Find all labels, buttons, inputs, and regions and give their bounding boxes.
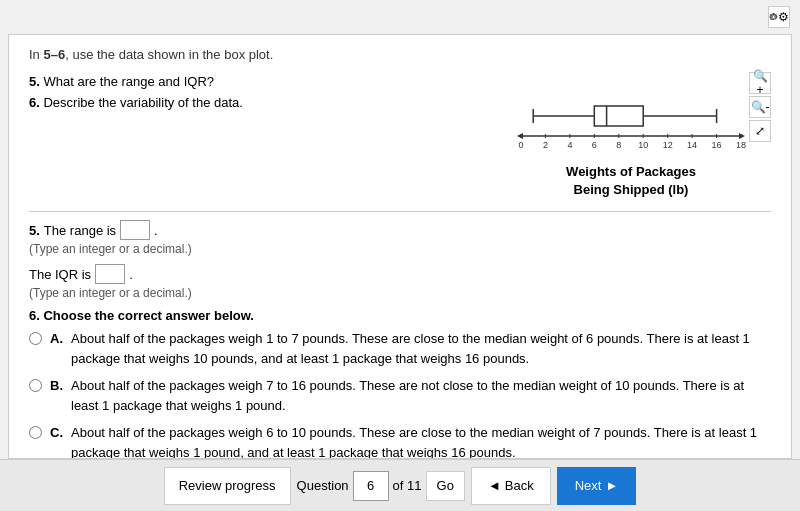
svg-text:0: 0 bbox=[518, 140, 523, 150]
box-plot-svg: 0 2 4 6 8 10 12 14 bbox=[511, 76, 751, 156]
next-label: Next bbox=[575, 478, 602, 493]
main-container: ⚙ In 5–6, use the data shown in the box … bbox=[0, 0, 800, 511]
option-b: B. About half of the packages weigh 7 to… bbox=[29, 376, 771, 415]
question-number-input[interactable] bbox=[353, 471, 389, 501]
review-progress-button[interactable]: Review progress bbox=[164, 467, 291, 505]
mc-question-text: Choose the correct answer below. bbox=[43, 308, 253, 323]
option-a-letter: A. bbox=[50, 329, 63, 349]
svg-text:12: 12 bbox=[663, 140, 673, 150]
box-plot: 0 2 4 6 8 10 12 14 bbox=[511, 76, 751, 159]
split-section: 5. What are the range and IQR? 6. Descri… bbox=[29, 72, 771, 199]
svg-text:4: 4 bbox=[567, 140, 572, 150]
range-input[interactable] bbox=[120, 220, 150, 240]
q6-text: Describe the variability of the data. bbox=[43, 95, 242, 110]
svg-text:2: 2 bbox=[543, 140, 548, 150]
q6-label: 6. bbox=[29, 308, 40, 323]
go-button[interactable]: Go bbox=[426, 471, 465, 501]
chart-area: 🔍+ 🔍- ⤢ 0 2 bbox=[491, 72, 771, 199]
back-label: Back bbox=[505, 478, 534, 493]
q5-text: What are the range and IQR? bbox=[43, 74, 214, 89]
intro-text: In 5–6, use the data shown in the box pl… bbox=[29, 47, 771, 62]
zoom-in-button[interactable]: 🔍+ bbox=[749, 72, 771, 94]
option-c-letter: C. bbox=[50, 423, 63, 443]
option-b-text: About half of the packages weigh 7 to 16… bbox=[71, 376, 771, 415]
iqr-input[interactable] bbox=[95, 264, 125, 284]
next-arrow-icon: ► bbox=[605, 478, 618, 493]
range-prefix: The range is bbox=[44, 223, 116, 238]
back-arrow-icon: ◄ bbox=[488, 478, 501, 493]
q6-line: 6. Describe the variability of the data. bbox=[29, 93, 481, 114]
question-range: 5–6 bbox=[43, 47, 65, 62]
iqr-hint: (Type an integer or a decimal.) bbox=[29, 286, 771, 300]
svg-text:18: 18 bbox=[736, 140, 746, 150]
radio-a[interactable] bbox=[29, 332, 42, 345]
radio-b[interactable] bbox=[29, 379, 42, 392]
q6-num: 6. bbox=[29, 95, 40, 110]
gear-button[interactable]: ⚙ bbox=[768, 6, 790, 28]
question-label: Question bbox=[297, 478, 349, 493]
option-c-text: About half of the packages weigh 6 to 10… bbox=[71, 423, 771, 459]
answer-section-5: 5. The range is . (Type an integer or a … bbox=[29, 220, 771, 300]
answer-section-6: 6. Choose the correct answer below. A. A… bbox=[29, 308, 771, 459]
range-period: . bbox=[154, 223, 158, 238]
next-button[interactable]: Next ► bbox=[557, 467, 637, 505]
iqr-row: The IQR is . bbox=[29, 264, 771, 284]
svg-marker-21 bbox=[517, 133, 523, 139]
option-b-letter: B. bbox=[50, 376, 63, 396]
range-hint: (Type an integer or a decimal.) bbox=[29, 242, 771, 256]
back-button[interactable]: ◄ Back bbox=[471, 467, 551, 505]
svg-text:6: 6 bbox=[592, 140, 597, 150]
expand-button[interactable]: ⤢ bbox=[749, 120, 771, 142]
iqr-prefix: The IQR is bbox=[29, 267, 91, 282]
top-bar: ⚙ bbox=[0, 0, 800, 34]
chart-title: Weights of Packages Being Shipped (lb) bbox=[566, 163, 696, 199]
questions-text: 5. What are the range and IQR? 6. Descri… bbox=[29, 72, 481, 199]
of-label: of 11 bbox=[393, 478, 422, 493]
chart-controls: 🔍+ 🔍- ⤢ bbox=[749, 72, 771, 142]
q5-line: 5. What are the range and IQR? bbox=[29, 72, 481, 93]
zoom-out-button[interactable]: 🔍- bbox=[749, 96, 771, 118]
mc-question: 6. Choose the correct answer below. bbox=[29, 308, 771, 323]
svg-rect-25 bbox=[594, 106, 643, 126]
svg-text:8: 8 bbox=[616, 140, 621, 150]
radio-c[interactable] bbox=[29, 426, 42, 439]
option-a-text: About half of the packages weigh 1 to 7 … bbox=[71, 329, 771, 368]
svg-text:10: 10 bbox=[638, 140, 648, 150]
content-area: In 5–6, use the data shown in the box pl… bbox=[8, 34, 792, 459]
svg-text:16: 16 bbox=[712, 140, 722, 150]
iqr-period: . bbox=[129, 267, 133, 282]
svg-marker-22 bbox=[739, 133, 745, 139]
svg-text:14: 14 bbox=[687, 140, 697, 150]
q5-label: 5. bbox=[29, 223, 40, 238]
question-nav: Question of 11 Go bbox=[297, 471, 465, 501]
range-row: 5. The range is . bbox=[29, 220, 771, 240]
option-a: A. About half of the packages weigh 1 to… bbox=[29, 329, 771, 368]
bottom-bar: Review progress Question of 11 Go ◄ Back… bbox=[0, 459, 800, 511]
option-c: C. About half of the packages weigh 6 to… bbox=[29, 423, 771, 459]
q5-num: 5. bbox=[29, 74, 40, 89]
